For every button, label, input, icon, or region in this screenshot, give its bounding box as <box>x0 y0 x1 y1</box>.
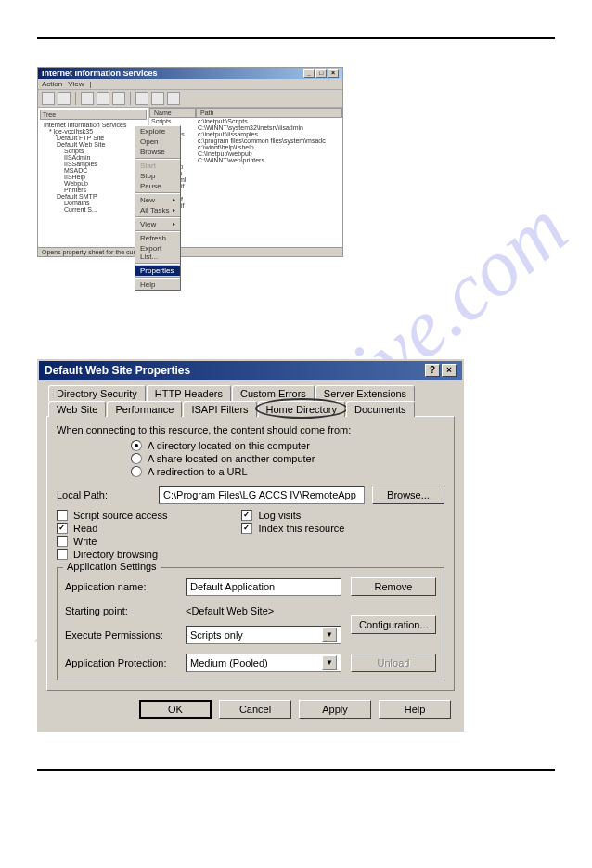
tree-item[interactable]: IISSamples <box>40 161 147 167</box>
tree-default-web[interactable]: Default Web Site <box>57 141 105 148</box>
tab-http-headers[interactable]: HTTP Headers <box>147 385 231 401</box>
radio-url[interactable] <box>131 466 142 477</box>
iis-window: Internet Information Services _ □ × Acti… <box>37 67 343 257</box>
chevron-down-icon[interactable]: ▼ <box>322 628 337 642</box>
app-settings-title: Application Settings <box>63 561 161 572</box>
cancel-button[interactable]: Cancel <box>219 700 291 719</box>
properties-dialog: Default Web Site Properties ? × Director… <box>37 359 464 732</box>
tab-pane-home-directory: When connecting to this resource, the co… <box>46 416 455 691</box>
radio-url-label: A redirection to a URL <box>148 466 248 477</box>
check-index-resource-label: Index this resource <box>258 523 344 534</box>
check-script-source[interactable] <box>57 510 68 521</box>
tree-domains[interactable]: Domains <box>40 200 147 206</box>
configuration-button[interactable]: Configuration... <box>351 615 436 634</box>
ctx-properties[interactable]: Properties <box>135 266 180 276</box>
tree-item[interactable]: IISAdmin <box>40 154 147 161</box>
ctx-pause[interactable]: Pause <box>135 181 180 191</box>
ctx-export[interactable]: Export List... <box>135 243 180 262</box>
tab-isapi-filters[interactable]: ISAPI Filters <box>183 401 256 417</box>
toolbar-forward-icon[interactable] <box>58 92 71 105</box>
col-header-path[interactable]: Path <box>196 108 342 118</box>
tab-home-directory[interactable]: Home Directory <box>258 401 345 417</box>
ctx-start: Start <box>135 161 180 171</box>
ok-button[interactable]: OK <box>139 700 212 719</box>
toolbar-stop-icon[interactable] <box>151 92 164 105</box>
ctx-view[interactable]: View <box>135 219 180 229</box>
tree-ftp[interactable]: Default FTP Site <box>40 135 147 141</box>
props-titlebar: Default Web Site Properties ? × <box>39 361 462 380</box>
list-row: Scriptsc:\inetpub\Scripts <box>149 118 342 124</box>
tree-item[interactable]: Scripts <box>40 148 147 154</box>
iis-tree-pane[interactable]: Tree Internet Information Services * lge… <box>38 108 149 247</box>
app-protection-select[interactable]: Medium (Pooled) ▼ <box>186 654 341 672</box>
ctx-all-tasks[interactable]: All Tasks <box>135 205 180 215</box>
ctx-open[interactable]: Open <box>135 136 180 147</box>
iis-menubar: Action View | <box>38 79 342 90</box>
close-button[interactable]: × <box>328 69 339 78</box>
toolbar-start-icon[interactable] <box>135 92 148 105</box>
iis-statusbar: Opens property sheet for the current sel… <box>38 247 342 256</box>
toolbar-back-icon[interactable] <box>42 92 55 105</box>
tab-custom-errors[interactable]: Custom Errors <box>232 385 315 401</box>
tree-root[interactable]: Internet Information Services <box>40 122 147 128</box>
tab-performance[interactable]: Performance <box>107 401 182 417</box>
tree-item[interactable]: Printers <box>40 187 147 193</box>
ctx-help[interactable]: Help <box>135 279 180 290</box>
toolbar-refresh-icon[interactable] <box>112 92 125 105</box>
ctx-refresh[interactable]: Refresh <box>135 233 180 243</box>
minimize-button[interactable]: _ <box>303 69 315 78</box>
check-index-resource[interactable] <box>241 523 252 534</box>
chevron-down-icon[interactable]: ▼ <box>322 655 337 670</box>
ctx-browse[interactable]: Browse <box>135 147 180 157</box>
tree-current[interactable]: Current S... <box>40 206 147 213</box>
exec-perms-select[interactable]: Scripts only ▼ <box>186 626 341 644</box>
ctx-explore[interactable]: Explore <box>135 126 180 136</box>
check-read-label: Read <box>73 523 97 534</box>
ctx-new[interactable]: New <box>135 195 180 205</box>
toolbar-pause-icon[interactable] <box>167 92 180 105</box>
radio-directory[interactable] <box>131 440 142 451</box>
tab-documents[interactable]: Documents <box>346 401 415 417</box>
check-log-visits-label: Log visits <box>258 510 301 521</box>
tab-web-site[interactable]: Web Site <box>48 401 106 417</box>
browse-button[interactable]: Browse... <box>372 486 444 504</box>
context-menu: Explore Open Browse Start Stop Pause New… <box>135 125 181 291</box>
starting-point-value: <Default Web Site> <box>186 605 341 616</box>
check-write-label: Write <box>73 536 97 547</box>
tab-server-extensions[interactable]: Server Extensions <box>315 385 415 401</box>
apply-button[interactable]: Apply <box>299 700 371 719</box>
help-button[interactable]: Help <box>379 700 451 719</box>
tab-directory-security[interactable]: Directory Security <box>48 385 146 401</box>
menu-view[interactable]: View <box>68 80 84 88</box>
col-header-name[interactable]: Name <box>149 108 196 118</box>
menu-action[interactable]: Action <box>42 80 62 88</box>
check-write[interactable] <box>57 536 68 547</box>
tree-item[interactable]: Webpub <box>40 180 147 187</box>
ctx-stop[interactable]: Stop <box>135 171 180 181</box>
app-name-input[interactable]: Default Application <box>186 578 341 596</box>
check-directory-browsing[interactable] <box>57 549 68 560</box>
tree-smtp[interactable]: Default SMTP <box>40 193 147 200</box>
check-read[interactable] <box>57 523 68 534</box>
connect-label: When connecting to this resource, the co… <box>57 424 444 435</box>
application-settings-group: Application Settings Application name: D… <box>57 567 444 680</box>
check-script-source-label: Script source access <box>73 510 167 521</box>
local-path-input[interactable]: C:\Program Files\LG ACCS IV\RemoteApp <box>159 486 365 504</box>
page-bottom-rule <box>37 769 555 771</box>
unload-button: Unload <box>351 654 436 672</box>
close-button[interactable]: × <box>442 364 457 377</box>
help-button[interactable]: ? <box>425 364 440 377</box>
tree-host[interactable]: * lge-vccihsk35 <box>40 128 147 135</box>
toolbar-props-icon[interactable] <box>97 92 109 105</box>
tree-item[interactable]: MSADC <box>40 167 147 174</box>
page-top-rule <box>37 37 555 39</box>
toolbar-up-icon[interactable] <box>81 92 94 105</box>
local-path-label: Local Path: <box>57 489 151 500</box>
tree-item[interactable]: IISHelp <box>40 174 147 180</box>
check-log-visits[interactable] <box>241 510 252 521</box>
maximize-button[interactable]: □ <box>315 69 327 78</box>
app-name-label: Application name: <box>65 581 176 592</box>
radio-share[interactable] <box>131 453 142 464</box>
radio-share-label: A share located on another computer <box>148 453 315 464</box>
remove-button[interactable]: Remove <box>351 577 436 596</box>
